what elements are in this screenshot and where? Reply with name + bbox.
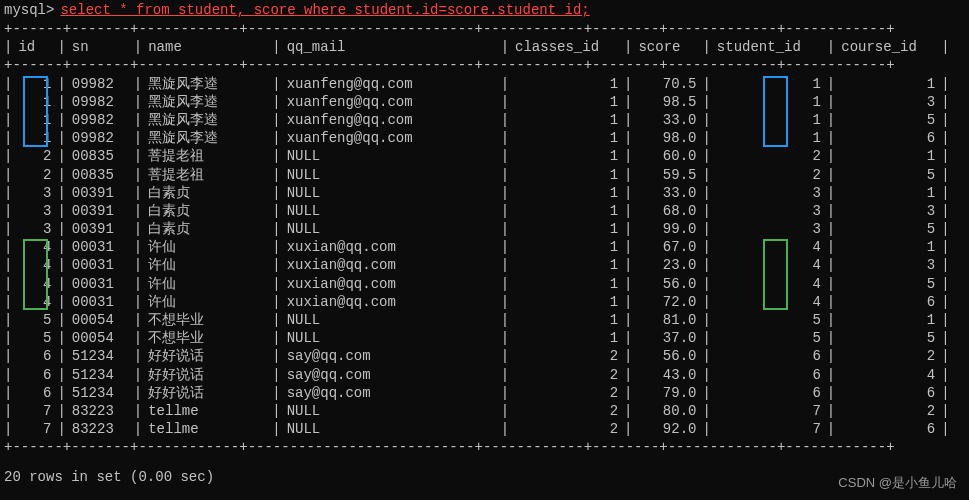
cell-classes-id: 1 <box>509 329 624 347</box>
cell-course-id: 6 <box>835 293 941 311</box>
table-row: |2|00835|菩提老祖|NULL|1|60.0|2|1| <box>4 147 965 165</box>
cell-student-id: 5 <box>711 311 827 329</box>
sql-prompt-line: mysql> select * from student, score wher… <box>4 2 965 18</box>
cell-course-id: 2 <box>835 402 941 420</box>
cell-name: 不想毕业 <box>142 329 272 347</box>
cell-classes-id: 1 <box>509 75 624 93</box>
table-row: |4|00031|许仙|xuxian@qq.com|1|72.0|4|6| <box>4 293 965 311</box>
cell-score: 56.0 <box>632 275 702 293</box>
separator-header: +------+-------+------------+-----------… <box>4 56 965 74</box>
header-id: id <box>12 38 57 56</box>
table-header: |id |sn |name |qq_mail |classes_id |scor… <box>4 38 965 56</box>
cell-id: 6 <box>12 366 57 384</box>
cell-classes-id: 2 <box>509 347 624 365</box>
cell-sn: 83223 <box>66 402 134 420</box>
cell-student-id: 6 <box>711 366 827 384</box>
header-score: score <box>632 38 702 56</box>
table-row: |4|00031|许仙|xuxian@qq.com|1|67.0|4|1| <box>4 238 965 256</box>
cell-sn: 00031 <box>66 256 134 274</box>
cell-qq-mail: NULL <box>281 329 501 347</box>
cell-course-id: 5 <box>835 220 941 238</box>
cell-sn: 00031 <box>66 238 134 256</box>
cell-student-id: 1 <box>711 93 827 111</box>
cell-score: 72.0 <box>632 293 702 311</box>
cell-qq-mail: xuxian@qq.com <box>281 293 501 311</box>
cell-student-id: 1 <box>711 75 827 93</box>
cell-classes-id: 1 <box>509 256 624 274</box>
cell-qq-mail: NULL <box>281 184 501 202</box>
cell-classes-id: 1 <box>509 311 624 329</box>
cell-classes-id: 1 <box>509 220 624 238</box>
cell-name: 白素贞 <box>142 184 272 202</box>
cell-classes-id: 2 <box>509 384 624 402</box>
cell-course-id: 5 <box>835 329 941 347</box>
cell-qq-mail: NULL <box>281 220 501 238</box>
cell-id: 6 <box>12 384 57 402</box>
cell-course-id: 5 <box>835 166 941 184</box>
watermark: CSDN @是小鱼儿哈 <box>838 474 957 492</box>
cell-course-id: 3 <box>835 202 941 220</box>
separator-top: +------+-------+------------+-----------… <box>4 20 965 38</box>
cell-classes-id: 1 <box>509 129 624 147</box>
table-row: |3|00391|白素贞|NULL|1|33.0|3|1| <box>4 184 965 202</box>
cell-score: 81.0 <box>632 311 702 329</box>
table-row: |1|09982|黑旋风李逵|xuanfeng@qq.com|1|98.5|1|… <box>4 93 965 111</box>
cell-name: 菩提老祖 <box>142 166 272 184</box>
cell-classes-id: 1 <box>509 202 624 220</box>
cell-qq-mail: xuanfeng@qq.com <box>281 129 501 147</box>
cell-qq-mail: say@qq.com <box>281 384 501 402</box>
cell-id: 7 <box>12 420 57 438</box>
cell-course-id: 5 <box>835 111 941 129</box>
cell-classes-id: 1 <box>509 293 624 311</box>
cell-sn: 09982 <box>66 75 134 93</box>
header-sn: sn <box>66 38 134 56</box>
header-name: name <box>142 38 272 56</box>
cell-name: 菩提老祖 <box>142 147 272 165</box>
cell-id: 7 <box>12 402 57 420</box>
cell-score: 60.0 <box>632 147 702 165</box>
cell-course-id: 1 <box>835 238 941 256</box>
cell-course-id: 2 <box>835 347 941 365</box>
cell-classes-id: 1 <box>509 93 624 111</box>
header-classes-id: classes_id <box>509 38 624 56</box>
cell-qq-mail: NULL <box>281 166 501 184</box>
cell-course-id: 6 <box>835 384 941 402</box>
cell-id: 2 <box>12 147 57 165</box>
table-row: |6|51234|好好说话|say@qq.com|2|56.0|6|2| <box>4 347 965 365</box>
cell-student-id: 1 <box>711 129 827 147</box>
cell-name: 黑旋风李逵 <box>142 111 272 129</box>
table-row: |6|51234|好好说话|say@qq.com|2|79.0|6|6| <box>4 384 965 402</box>
table-row: |1|09982|黑旋风李逵|xuanfeng@qq.com|1|70.5|1|… <box>4 75 965 93</box>
cell-student-id: 4 <box>711 238 827 256</box>
cell-qq-mail: xuxian@qq.com <box>281 238 501 256</box>
cell-classes-id: 1 <box>509 275 624 293</box>
table-row: |5|00054|不想毕业|NULL|1|81.0|5|1| <box>4 311 965 329</box>
cell-score: 80.0 <box>632 402 702 420</box>
cell-course-id: 1 <box>835 75 941 93</box>
cell-score: 33.0 <box>632 111 702 129</box>
cell-course-id: 3 <box>835 93 941 111</box>
table-row: |3|00391|白素贞|NULL|1|68.0|3|3| <box>4 202 965 220</box>
cell-course-id: 3 <box>835 256 941 274</box>
cell-score: 37.0 <box>632 329 702 347</box>
cell-student-id: 6 <box>711 347 827 365</box>
table-row: |6|51234|好好说话|say@qq.com|2|43.0|6|4| <box>4 366 965 384</box>
cell-id: 3 <box>12 220 57 238</box>
cell-sn: 00835 <box>66 166 134 184</box>
table-row: |5|00054|不想毕业|NULL|1|37.0|5|5| <box>4 329 965 347</box>
cell-classes-id: 1 <box>509 147 624 165</box>
table-row: |7|83223|tellme|NULL|2|80.0|7|2| <box>4 402 965 420</box>
cell-score: 92.0 <box>632 420 702 438</box>
cell-score: 23.0 <box>632 256 702 274</box>
cell-sn: 00054 <box>66 329 134 347</box>
cell-course-id: 6 <box>835 420 941 438</box>
cell-qq-mail: xuanfeng@qq.com <box>281 93 501 111</box>
cell-score: 98.0 <box>632 129 702 147</box>
cell-qq-mail: xuanfeng@qq.com <box>281 111 501 129</box>
cell-student-id: 4 <box>711 275 827 293</box>
cell-qq-mail: NULL <box>281 147 501 165</box>
cell-sn: 83223 <box>66 420 134 438</box>
cell-id: 6 <box>12 347 57 365</box>
table-row: |1|09982|黑旋风李逵|xuanfeng@qq.com|1|98.0|1|… <box>4 129 965 147</box>
cell-score: 79.0 <box>632 384 702 402</box>
